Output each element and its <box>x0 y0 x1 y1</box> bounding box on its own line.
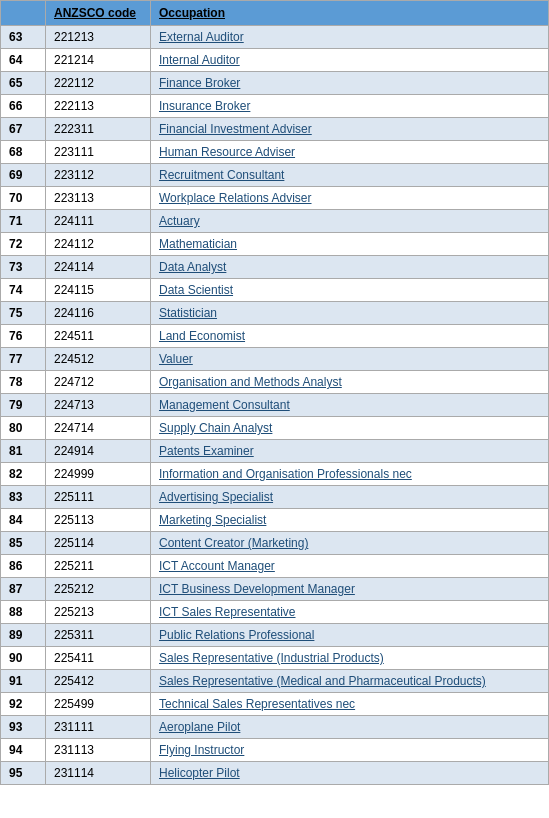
row-number: 87 <box>1 578 46 601</box>
row-anzsco: 225211 <box>46 555 151 578</box>
row-number: 63 <box>1 26 46 49</box>
row-number: 92 <box>1 693 46 716</box>
row-occupation[interactable]: Land Economist <box>151 325 549 348</box>
row-anzsco: 223112 <box>46 164 151 187</box>
row-anzsco: 223111 <box>46 141 151 164</box>
row-occupation[interactable]: Public Relations Professional <box>151 624 549 647</box>
row-occupation[interactable]: Mathematician <box>151 233 549 256</box>
row-anzsco: 224714 <box>46 417 151 440</box>
row-occupation[interactable]: Data Scientist <box>151 279 549 302</box>
row-occupation[interactable]: Supply Chain Analyst <box>151 417 549 440</box>
row-anzsco: 224999 <box>46 463 151 486</box>
row-number: 79 <box>1 394 46 417</box>
col-header-occupation: Occupation <box>151 1 549 26</box>
row-anzsco: 225212 <box>46 578 151 601</box>
table-row: 80224714Supply Chain Analyst <box>1 417 549 440</box>
row-occupation[interactable]: Patents Examiner <box>151 440 549 463</box>
table-row: 85225114Content Creator (Marketing) <box>1 532 549 555</box>
col-header-anzsco: ANZSCO code <box>46 1 151 26</box>
table-row: 71224111Actuary <box>1 210 549 233</box>
table-row: 88225213ICT Sales Representative <box>1 601 549 624</box>
row-number: 72 <box>1 233 46 256</box>
table-row: 70223113Workplace Relations Adviser <box>1 187 549 210</box>
row-occupation[interactable]: Sales Representative (Industrial Product… <box>151 647 549 670</box>
row-anzsco: 224713 <box>46 394 151 417</box>
row-occupation[interactable]: Valuer <box>151 348 549 371</box>
table-row: 83225111Advertising Specialist <box>1 486 549 509</box>
row-number: 83 <box>1 486 46 509</box>
table-row: 86225211ICT Account Manager <box>1 555 549 578</box>
row-occupation[interactable]: Flying Instructor <box>151 739 549 762</box>
row-anzsco: 231114 <box>46 762 151 785</box>
table-row: 73224114Data Analyst <box>1 256 549 279</box>
row-number: 70 <box>1 187 46 210</box>
row-occupation[interactable]: Finance Broker <box>151 72 549 95</box>
row-occupation[interactable]: Information and Organisation Professiona… <box>151 463 549 486</box>
row-number: 77 <box>1 348 46 371</box>
row-number: 89 <box>1 624 46 647</box>
row-anzsco: 224512 <box>46 348 151 371</box>
row-occupation[interactable]: Financial Investment Adviser <box>151 118 549 141</box>
occupation-table: ANZSCO code Occupation 63221213External … <box>0 0 549 785</box>
row-occupation[interactable]: Content Creator (Marketing) <box>151 532 549 555</box>
row-occupation[interactable]: Organisation and Methods Analyst <box>151 371 549 394</box>
table-row: 77224512Valuer <box>1 348 549 371</box>
table-row: 76224511Land Economist <box>1 325 549 348</box>
row-occupation[interactable]: Workplace Relations Adviser <box>151 187 549 210</box>
row-occupation[interactable]: ICT Business Development Manager <box>151 578 549 601</box>
table-row: 90225411Sales Representative (Industrial… <box>1 647 549 670</box>
row-number: 85 <box>1 532 46 555</box>
row-anzsco: 225499 <box>46 693 151 716</box>
row-occupation[interactable]: Actuary <box>151 210 549 233</box>
table-row: 93231111Aeroplane Pilot <box>1 716 549 739</box>
row-anzsco: 224116 <box>46 302 151 325</box>
table-row: 65222112Finance Broker <box>1 72 549 95</box>
table-row: 78224712Organisation and Methods Analyst <box>1 371 549 394</box>
row-number: 93 <box>1 716 46 739</box>
row-occupation[interactable]: Helicopter Pilot <box>151 762 549 785</box>
row-occupation[interactable]: Statistician <box>151 302 549 325</box>
table-row: 74224115Data Scientist <box>1 279 549 302</box>
row-occupation[interactable]: Management Consultant <box>151 394 549 417</box>
row-number: 64 <box>1 49 46 72</box>
row-occupation[interactable]: Technical Sales Representatives nec <box>151 693 549 716</box>
row-anzsco: 224114 <box>46 256 151 279</box>
table-row: 64221214Internal Auditor <box>1 49 549 72</box>
row-occupation[interactable]: Aeroplane Pilot <box>151 716 549 739</box>
row-number: 90 <box>1 647 46 670</box>
row-anzsco: 225412 <box>46 670 151 693</box>
row-occupation[interactable]: Sales Representative (Medical and Pharma… <box>151 670 549 693</box>
table-row: 92225499Technical Sales Representatives … <box>1 693 549 716</box>
row-anzsco: 231111 <box>46 716 151 739</box>
table-row: 89225311Public Relations Professional <box>1 624 549 647</box>
row-occupation[interactable]: Human Resource Adviser <box>151 141 549 164</box>
row-anzsco: 231113 <box>46 739 151 762</box>
row-occupation[interactable]: ICT Account Manager <box>151 555 549 578</box>
row-number: 86 <box>1 555 46 578</box>
row-occupation[interactable]: Marketing Specialist <box>151 509 549 532</box>
table-row: 81224914Patents Examiner <box>1 440 549 463</box>
row-number: 68 <box>1 141 46 164</box>
row-number: 66 <box>1 95 46 118</box>
row-anzsco: 223113 <box>46 187 151 210</box>
row-occupation[interactable]: Advertising Specialist <box>151 486 549 509</box>
row-occupation[interactable]: ICT Sales Representative <box>151 601 549 624</box>
row-number: 67 <box>1 118 46 141</box>
row-occupation[interactable]: Recruitment Consultant <box>151 164 549 187</box>
table-row: 75224116Statistician <box>1 302 549 325</box>
row-occupation[interactable]: Internal Auditor <box>151 49 549 72</box>
table-row: 91225412Sales Representative (Medical an… <box>1 670 549 693</box>
row-occupation[interactable]: External Auditor <box>151 26 549 49</box>
row-anzsco: 224115 <box>46 279 151 302</box>
table-row: 68223111Human Resource Adviser <box>1 141 549 164</box>
row-occupation[interactable]: Data Analyst <box>151 256 549 279</box>
row-anzsco: 224712 <box>46 371 151 394</box>
table-row: 95231114Helicopter Pilot <box>1 762 549 785</box>
row-number: 78 <box>1 371 46 394</box>
row-number: 95 <box>1 762 46 785</box>
row-anzsco: 221213 <box>46 26 151 49</box>
row-number: 81 <box>1 440 46 463</box>
row-occupation[interactable]: Insurance Broker <box>151 95 549 118</box>
row-anzsco: 225111 <box>46 486 151 509</box>
row-number: 94 <box>1 739 46 762</box>
